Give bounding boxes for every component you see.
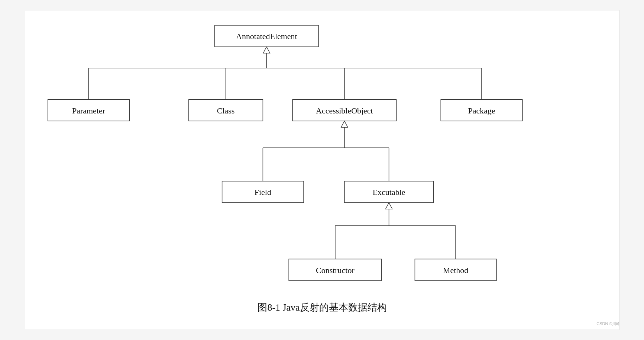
annotated-element-label: AnnotatedElement (236, 32, 297, 41)
method-label: Method (443, 266, 468, 275)
parameter-label: Parameter (72, 106, 106, 115)
diagram-container: AnnotatedElement Parameter Class Accessi… (25, 10, 619, 330)
excutable-label: Excutable (372, 187, 405, 197)
arrow-to-accessible (341, 121, 347, 127)
arrow-to-excutable (385, 203, 392, 209)
accessible-object-label: AccessibleObject (316, 106, 373, 115)
watermark: CSDN ©川峰 (596, 321, 619, 326)
arrow-to-annotated (263, 47, 270, 53)
class-label: Class (217, 106, 234, 115)
constructor-label: Constructor (316, 266, 355, 275)
field-label: Field (254, 187, 271, 197)
diagram-caption: 图8-1 Java反射的基本数据结构 (258, 302, 386, 313)
package-label: Package (468, 106, 495, 115)
